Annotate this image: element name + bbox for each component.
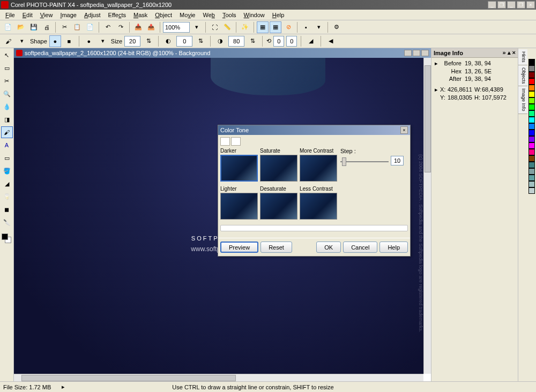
- zoom-combo[interactable]: [163, 22, 190, 33]
- palette-swatch-6[interactable]: [528, 97, 535, 104]
- launcher-dropdown[interactable]: ▾: [313, 21, 325, 33]
- panel-close-icon[interactable]: ×: [512, 49, 516, 56]
- palette-swatch-10[interactable]: [528, 123, 535, 130]
- import-button[interactable]: 📥: [132, 21, 144, 33]
- dialog-titlebar[interactable]: Color Tone ×: [218, 125, 410, 135]
- panel-menu-icon[interactable]: ▴: [508, 49, 511, 56]
- palette-swatch-20[interactable]: [528, 187, 535, 194]
- menu-effects[interactable]: Effects: [105, 11, 129, 19]
- panel-collapse-icon[interactable]: »: [502, 49, 505, 56]
- menu-help[interactable]: Help: [269, 11, 288, 19]
- print-button[interactable]: 🖨: [41, 21, 53, 33]
- palette-swatch-5[interactable]: [528, 91, 535, 97]
- eyedropper-tool[interactable]: 💧: [1, 101, 13, 112]
- feather-spinner[interactable]: ⇅: [247, 35, 258, 47]
- vertical-scrollbar[interactable]: [423, 58, 431, 374]
- palette-swatch-17[interactable]: [528, 168, 535, 175]
- palette-swatch-1[interactable]: [528, 65, 535, 72]
- saturate-thumb[interactable]: [260, 155, 297, 182]
- zoom-tool[interactable]: 🔍: [1, 88, 13, 100]
- desaturate-thumb[interactable]: [260, 193, 297, 220]
- palette-swatch-16[interactable]: [528, 162, 535, 168]
- palette-swatch-19[interactable]: [528, 181, 535, 187]
- mask-tool[interactable]: ▭: [1, 62, 13, 74]
- open-button[interactable]: 📂: [15, 21, 27, 33]
- palette-swatch-11[interactable]: [528, 130, 535, 136]
- paint-tool[interactable]: 🖌: [1, 126, 13, 138]
- transparency-tool[interactable]: 🥛: [1, 191, 13, 202]
- palette-swatch-4[interactable]: [528, 85, 535, 91]
- menu-web[interactable]: Web: [199, 11, 218, 19]
- new-button[interactable]: 📄: [2, 21, 14, 33]
- ruler-button[interactable]: 📏: [221, 21, 233, 33]
- palette-swatch-18[interactable]: [528, 175, 535, 181]
- transparency-icon[interactable]: ◐: [162, 35, 174, 47]
- hscroll-thumb[interactable]: [21, 375, 236, 381]
- doc-restore[interactable]: [413, 50, 420, 56]
- tab-image-info[interactable]: Image Info: [518, 86, 527, 114]
- save-button[interactable]: 💾: [28, 21, 40, 33]
- shape-square[interactable]: ■: [63, 35, 75, 47]
- vscroll-thumb[interactable]: [425, 65, 431, 172]
- antialiasing-button[interactable]: ◢: [305, 35, 317, 47]
- maximize-button[interactable]: ❐: [517, 1, 525, 9]
- paste-button[interactable]: 📄: [84, 21, 96, 33]
- reset-button[interactable]: Reset: [260, 242, 292, 253]
- palette-swatch-0[interactable]: [528, 59, 535, 65]
- menu-view[interactable]: View: [37, 11, 56, 19]
- shape-round[interactable]: ●: [49, 35, 61, 47]
- feather-icon[interactable]: ◑: [214, 35, 226, 47]
- rotate-x-input[interactable]: [273, 36, 284, 47]
- more-contrast-thumb[interactable]: [300, 155, 337, 182]
- expand-arrow2-icon[interactable]: ▸: [435, 86, 440, 93]
- redo-button[interactable]: ↷: [115, 21, 126, 33]
- nib-dropdown[interactable]: ▾: [97, 35, 109, 47]
- darker-thumb[interactable]: [220, 155, 258, 182]
- wand-button[interactable]: ✨: [239, 21, 251, 33]
- palette-swatch-7[interactable]: [528, 104, 535, 110]
- brush-preset[interactable]: 🖌: [2, 35, 14, 47]
- help-button[interactable]: Help: [379, 242, 408, 253]
- menu-mask[interactable]: Mask: [130, 11, 151, 19]
- zoom-dropdown[interactable]: ▾: [191, 21, 203, 33]
- feather-input[interactable]: [228, 36, 244, 47]
- menu-edit[interactable]: Edit: [19, 11, 36, 19]
- menu-image[interactable]: Image: [57, 11, 80, 19]
- text-tool[interactable]: A: [1, 139, 13, 151]
- lighter-thumb[interactable]: [220, 193, 258, 220]
- fullscreen-button[interactable]: ⛶: [209, 21, 220, 33]
- mask-marquee-button[interactable]: ▦: [270, 21, 281, 33]
- foreground-color-swatch[interactable]: [2, 233, 8, 240]
- transparency-input[interactable]: [176, 36, 192, 47]
- tab-hints[interactable]: Hints: [518, 49, 527, 65]
- interactive-fill-tool[interactable]: ◢: [1, 178, 13, 190]
- stroke-mask-button[interactable]: ◀: [325, 35, 337, 47]
- nib-icon[interactable]: ●: [83, 35, 95, 47]
- palette-swatch-9[interactable]: [528, 117, 535, 123]
- restore-button[interactable]: ❐: [497, 1, 506, 9]
- palette-swatch-2[interactable]: [528, 72, 535, 78]
- menu-tools[interactable]: Tools: [219, 11, 240, 19]
- dialog-close-button[interactable]: ×: [400, 126, 408, 134]
- menu-window[interactable]: Window: [241, 11, 268, 19]
- minimize-button[interactable]: _: [488, 1, 496, 9]
- dialog-tab-2[interactable]: [231, 137, 241, 146]
- minimize2-button[interactable]: _: [507, 1, 516, 9]
- less-contrast-thumb[interactable]: [300, 193, 337, 220]
- cut-button[interactable]: ✂: [58, 21, 70, 33]
- step-input[interactable]: [391, 156, 404, 165]
- clear-mask-button[interactable]: ⊘: [282, 21, 294, 33]
- ok-button[interactable]: OK: [316, 242, 341, 253]
- image-info-header[interactable]: Image Info »▴×: [431, 48, 518, 58]
- mode-arrow-icon[interactable]: ▸: [62, 383, 65, 390]
- step-slider-knob[interactable]: [342, 157, 346, 166]
- palette-swatch-13[interactable]: [528, 142, 535, 149]
- rotate-y-input[interactable]: [286, 36, 297, 47]
- menu-movie[interactable]: Movie: [176, 11, 198, 19]
- launcher-button[interactable]: ▪: [300, 21, 312, 33]
- palette-swatch-3[interactable]: [528, 78, 535, 85]
- color-swatch-pair[interactable]: [2, 233, 12, 244]
- dialog-tab-1[interactable]: [220, 137, 230, 146]
- menu-object[interactable]: Object: [152, 11, 175, 19]
- export-button[interactable]: 📤: [145, 21, 157, 33]
